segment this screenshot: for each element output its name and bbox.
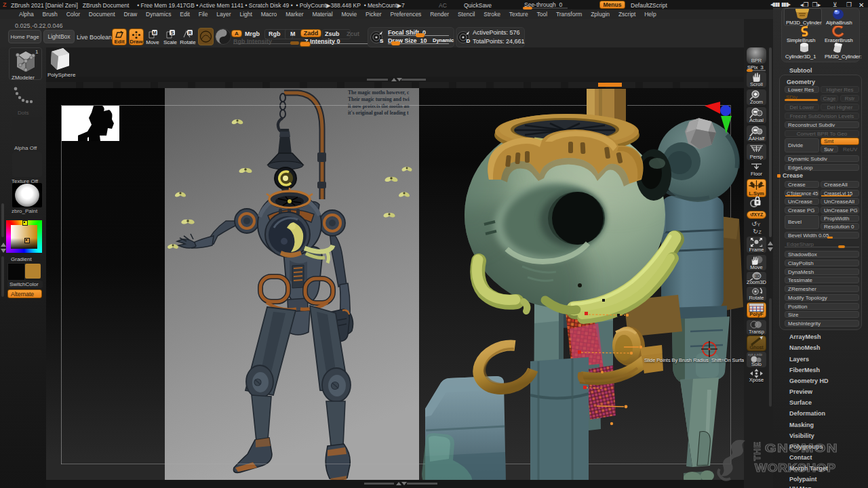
svg-text:M: M: [153, 30, 157, 35]
svg-text:D: D: [467, 38, 471, 44]
svg-text:The magic moths however, c: The magic moths however, c: [348, 89, 410, 96]
svg-text:R: R: [188, 30, 191, 35]
svg-text:Their magic turning and twi: Their magic turning and twi: [348, 96, 410, 102]
svg-text:3D: 3D: [755, 274, 761, 279]
svg-text:S: S: [171, 30, 174, 35]
svg-text:S: S: [380, 38, 384, 44]
svg-text:it's original goal of leading: it's original goal of leading t: [348, 110, 409, 116]
svg-text:it now protects the moths an: it now protects the moths an: [348, 103, 410, 109]
